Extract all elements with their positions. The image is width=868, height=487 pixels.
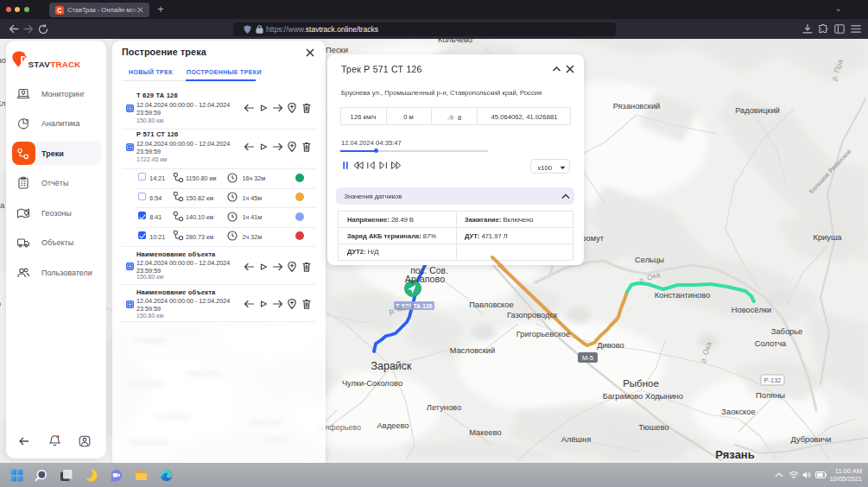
svg-text:Кольчево: Кольчево [438,39,472,44]
svg-text:Зарайск: Зарайск [371,360,412,372]
svg-text:Тюшево: Тюшево [639,423,669,432]
svg-text:Сельцы: Сельцы [635,256,664,264]
svg-text:во: во [0,56,6,65]
svg-text:Павловское: Павловское [469,300,513,309]
svg-text:STAV: STAV [28,60,50,69]
svg-text:Алёшня: Алёшня [561,435,591,444]
svg-text:Новосёлки: Новосёлки [732,306,771,314]
svg-text:Газопроводск: Газопроводск [507,311,558,319]
svg-text:Рязановский: Рязановский [613,102,661,111]
svg-text:ма: ма [0,201,4,210]
svg-text:TRACK: TRACK [50,60,80,69]
svg-text:Рыбное: Рыбное [623,378,659,389]
svg-text:Чулки-Соколово: Чулки-Соколово [342,379,402,388]
svg-text:Ходынино: Ходынино [645,392,683,401]
svg-text:Алферьево: Алферьево [320,423,361,432]
svg-text:Радовицкий: Радовицкий [735,106,780,115]
svg-text:Масловский: Масловский [450,346,495,355]
svg-text:Солотча: Солотча [755,339,787,348]
svg-text:о: о [0,300,1,308]
svg-text:Криуша: Криуша [813,233,842,242]
svg-text:Макеево: Макеево [469,428,502,437]
svg-text:Аргапово: Аргапово [405,274,445,284]
svg-text:Заокское: Заокское [721,408,755,416]
svg-text:М-5: М-5 [582,354,593,362]
svg-text:Заборье: Заборье [771,327,802,336]
svg-text:Константиново: Константиново [655,291,711,300]
svg-text:Кл: Кл [0,99,6,108]
svg-text:Рязань: Рязань [715,448,754,461]
svg-text:Баграмово: Баграмово [603,392,643,401]
svg-text:Р-132: Р-132 [763,376,781,384]
svg-text:Летуново: Летуново [427,403,461,412]
svg-text:Дубровичи: Дубровичи [790,435,831,444]
svg-text:Пески: Пески [326,46,348,54]
svg-text:Дивово: Дивово [597,341,624,350]
svg-text:Поляны: Поляны [756,391,785,400]
svg-text:Авдеево: Авдеево [377,421,409,430]
svg-text:Григорьевское: Григорьевское [516,330,570,338]
